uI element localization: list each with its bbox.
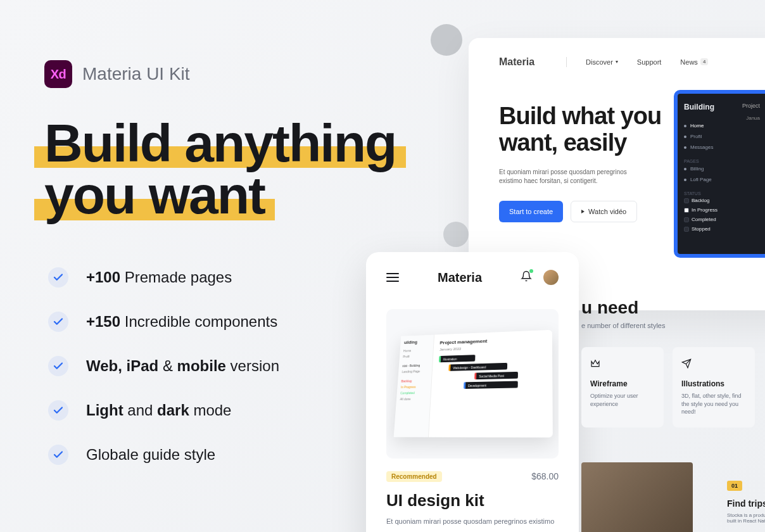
dd-section-label: Pages: [684, 159, 759, 163]
mobile-preview-card: Materia uilding Home Profil stat - Build…: [366, 252, 579, 532]
card-title: Wireframe: [590, 379, 655, 388]
feature-text: +150 Incredible components: [86, 313, 277, 331]
preview-nav: Materia Discover▾ Support News4 Fi: [499, 56, 765, 68]
feature-item: Globale guide style: [48, 445, 405, 465]
mobile-logo: Materia: [438, 270, 482, 285]
check-icon: [48, 267, 68, 288]
nav-item-support[interactable]: Support: [637, 58, 662, 66]
feature-item: +150 Incredible components: [48, 312, 405, 332]
watch-video-button[interactable]: Watch vidéo: [571, 201, 637, 222]
user-avatar[interactable]: [543, 270, 559, 285]
play-icon: [581, 210, 585, 213]
product-price: $68.00: [531, 471, 559, 481]
gantt-bar: Development: [438, 381, 546, 390]
recommended-badge: Recommended: [386, 471, 442, 482]
dd-section-label: Status: [684, 191, 759, 196]
start-create-button[interactable]: Start to create: [499, 201, 563, 222]
news-badge: 4: [700, 58, 708, 65]
nav-item-discover[interactable]: Discover▾: [586, 58, 618, 66]
gantt-bar: Illustration: [439, 353, 546, 363]
trips-title: Find trips tha: [727, 498, 765, 509]
brand-row: Xd Materia UI Kit: [44, 60, 405, 88]
decorative-circle: [431, 24, 462, 56]
trips-number-badge: 01: [727, 481, 742, 491]
dd-page-item[interactable]: Lofi Page: [684, 174, 759, 185]
section-title: u need: [581, 298, 765, 318]
card-desc: Optimize your user experience: [590, 392, 655, 408]
chevron-down-icon: ▾: [616, 59, 618, 65]
feature-card-wireframe[interactable]: Wireframe Optimize your user experience: [581, 347, 664, 428]
card-title: Illustrations: [681, 379, 746, 388]
dd-nav-item[interactable]: Home: [684, 120, 759, 131]
product-desc: Et quoniam mirari posse quosdam peregrin…: [386, 517, 559, 526]
check-icon: [48, 356, 68, 376]
dd-status-item[interactable]: Backlog: [684, 196, 759, 205]
check-icon: [48, 445, 68, 465]
dd-nav-item[interactable]: Messages: [684, 142, 759, 153]
trips-desc: Stocka is a producbuilt in React Nat: [727, 512, 765, 524]
preview-hero-desc: Et quoniam mirari posse quosdam peregrin…: [499, 168, 645, 186]
dd-status-item[interactable]: Completed: [684, 215, 759, 224]
product-title: UI design kit: [386, 491, 559, 510]
mobile-header: Materia: [386, 270, 559, 285]
features-list: +100 Premade pages +150 Incredible compo…: [44, 267, 405, 465]
hero-section: Xd Materia UI Kit Build anything you wan…: [44, 60, 405, 465]
dark-dashboard-preview: Building Project Janua Home Profil Messa…: [674, 90, 765, 258]
crown-icon: [590, 358, 655, 370]
hamburger-menu-icon[interactable]: [386, 273, 399, 282]
dd-page-item[interactable]: Billing: [684, 163, 759, 174]
dd-nav-item[interactable]: Profil: [684, 131, 759, 142]
trips-section: 01 Find trips tha Stocka is a producbuil…: [727, 479, 765, 524]
headline: Build anything you want: [44, 117, 405, 222]
mobile-product-image: uilding Home Profil stat - Building Land…: [386, 309, 559, 459]
notification-bell-icon[interactable]: [521, 270, 532, 284]
headline-line-2: you want: [44, 165, 265, 225]
decorative-circle: [443, 222, 469, 247]
preview-logo: Materia: [499, 56, 534, 68]
dd-status-item[interactable]: Stopped: [684, 224, 759, 234]
preview-hero-title: Build what you want, easily: [499, 103, 664, 156]
feature-item: +100 Premade pages: [48, 267, 405, 288]
feature-text: Light and dark mode: [86, 402, 231, 419]
card-desc: 3D, flat, other style, find the style yo…: [681, 392, 746, 416]
headline-line-1: Build anything: [44, 113, 396, 173]
check-icon: [48, 400, 68, 421]
feature-item: Web, iPad & mobile version: [48, 356, 405, 376]
feature-text: Web, iPad & mobile version: [86, 357, 279, 375]
dd-project-label: Project: [742, 103, 760, 109]
check-icon: [48, 312, 68, 332]
section-subtitle: e number of different styles: [581, 322, 765, 329]
feature-card-illustrations[interactable]: Illustrations 3D, flat, other style, fin…: [673, 347, 755, 428]
photo-preview: [581, 462, 693, 532]
feature-text: +100 Premade pages: [86, 269, 232, 286]
gantt-bar: Social Media Post: [438, 371, 545, 381]
product-name: Materia UI Kit: [82, 64, 190, 84]
feature-text: Globale guide style: [86, 446, 215, 464]
gantt-bar: Webdesign - Dashboard: [438, 362, 546, 371]
nav-divider: [566, 57, 567, 67]
feature-item: Light and dark mode: [48, 400, 405, 421]
mini-dashboard-preview: uilding Home Profil stat - Building Land…: [394, 330, 553, 438]
dd-status-item[interactable]: In Progress: [684, 205, 759, 215]
paper-plane-icon: [681, 358, 746, 370]
dd-month: Janua: [746, 115, 760, 121]
adobe-xd-icon: Xd: [44, 60, 72, 88]
nav-item-news[interactable]: News4: [680, 58, 708, 66]
section-what-you-need: u need e number of different styles Wire…: [581, 298, 765, 428]
